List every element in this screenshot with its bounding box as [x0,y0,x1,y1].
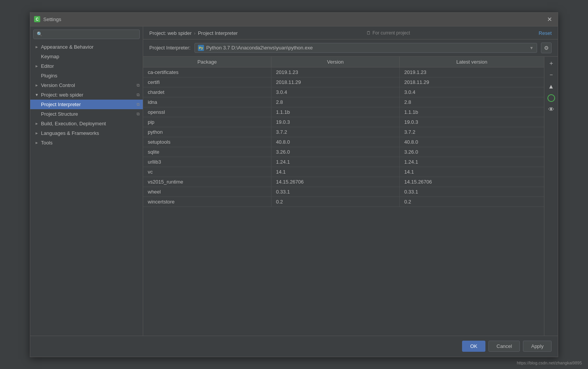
cell-latest: 1.1.1b [400,107,544,117]
sidebar-item-label: Languages & Frameworks [41,130,99,136]
interpreter-label: Project Interpreter: [149,45,191,51]
cell-version: 3.26.0 [271,147,400,157]
col-version: Version [271,57,400,67]
update-package-button[interactable] [546,93,557,103]
python-icon: Py [198,45,204,51]
cell-latest: 0.33.1 [400,187,544,197]
sidebar-item-languages[interactable]: ►Languages & Frameworks [30,128,143,138]
ok-button[interactable]: OK [462,341,485,352]
table-row[interactable]: ca-certificates2019.1.232019.1.23 [143,67,544,77]
cell-package: vc [143,167,271,177]
table-row[interactable]: vc14.114.1 [143,167,544,177]
search-box[interactable]: 🔍 [33,30,140,39]
packages-area: Package Version Latest version ca-certif… [143,57,558,336]
packages-table: Package Version Latest version ca-certif… [143,57,544,336]
sidebar-item-appearance[interactable]: ►Appearance & Behavior [30,42,143,52]
show-details-button[interactable]: 👁 [546,104,557,115]
close-button[interactable]: ✕ [545,15,554,24]
sidebar-item-plugins[interactable]: Plugins [30,71,143,80]
main-header: Project: web spider › Project Interprete… [143,26,558,39]
sidebar-item-label: Tools [41,140,52,146]
sidebar-item-label: Editor [41,63,54,69]
sidebar-item-label: Version Control [41,82,75,88]
sidebar-item-label: Build, Execution, Deployment [41,121,106,126]
cell-package: openssl [143,107,271,117]
interpreter-path: Python 3.7 D:\Anaconda2\envs\yuan\python… [206,45,529,51]
breadcrumb: Project: web spider › Project Interprete… [149,30,238,36]
table-row[interactable]: wheel0.33.10.33.1 [143,187,544,197]
cell-version: 2019.1.23 [271,67,400,77]
cell-version: 14.15.26706 [271,177,400,187]
cell-latest: 14.15.26706 [400,177,544,187]
table-row[interactable]: vs2015_runtime14.15.2670614.15.26706 [143,177,544,187]
arrow-icon: ► [35,45,39,49]
icon-text: C [36,17,38,21]
reset-button[interactable]: Reset [539,30,552,36]
table-row[interactable]: chardet3.0.43.0.4 [143,87,544,97]
table-row[interactable]: pip19.0.319.0.3 [143,117,544,127]
apply-button[interactable]: Apply [523,341,552,352]
table-row[interactable]: python3.7.23.7.2 [143,127,544,137]
sidebar-item-editor[interactable]: ►Editor [30,61,143,71]
dialog-title: Settings [43,16,545,22]
sidebar-item-label: Keymap [41,54,59,59]
arrow-icon: ► [35,83,39,87]
main-content: 🔍 ►Appearance & BehaviorKeymap►EditorPlu… [30,26,558,336]
cell-version: 40.8.0 [271,137,400,147]
table-row[interactable]: certifi2018.11.292018.11.29 [143,77,544,87]
cell-package: vs2015_runtime [143,177,271,187]
sidebar-item-label: Appearance & Behavior [41,44,93,50]
cell-package: setuptools [143,137,271,147]
sidebar-item-build-exec[interactable]: ►Build, Execution, Deployment [30,119,143,128]
cell-package: urllib3 [143,157,271,167]
table-row[interactable]: sqlite3.26.03.26.0 [143,147,544,157]
interpreter-row: Project Interpreter: Py Python 3.7 D:\An… [143,39,558,57]
sidebar-item-project-web-spider[interactable]: ▼Project: web spider⧉ [30,90,143,100]
remove-package-button[interactable]: － [546,70,557,80]
table-row[interactable]: wincertstore0.20.2 [143,197,544,207]
interpreter-dropdown[interactable]: Py Python 3.7 D:\Anaconda2\envs\yuan\pyt… [194,43,537,53]
cell-package: wincertstore [143,197,271,207]
arrow-icon: ► [35,64,39,68]
search-input[interactable] [44,31,136,37]
cell-latest: 3.26.0 [400,147,544,157]
add-package-button[interactable]: ＋ [546,58,557,69]
cell-version: 3.0.4 [271,87,400,97]
sidebar-item-tools[interactable]: ►Tools [30,138,143,148]
cell-latest: 40.8.0 [400,137,544,147]
scroll-up-button[interactable]: ▲ [546,81,557,92]
copy-icon: ⧉ [137,102,140,107]
cell-package: certifi [143,77,271,87]
sidebar-item-version-control[interactable]: ►Version Control⧉ [30,80,143,90]
arrow-icon: ► [35,121,39,126]
sidebar-item-label: Project: web spider [41,92,83,98]
table-row[interactable]: setuptools40.8.040.8.0 [143,137,544,147]
cell-package: python [143,127,271,137]
cell-latest: 2019.1.23 [400,67,544,77]
copy-icon: ⧉ [137,83,140,88]
side-buttons: ＋ － ▲ 👁 [544,57,558,336]
document-icon: 🗒 [366,30,371,36]
sidebar-item-project-interpreter[interactable]: Project Interpreter⧉ [30,100,143,109]
cell-package: sqlite [143,147,271,157]
sidebar-item-keymap[interactable]: Keymap [30,52,143,61]
cell-package: wheel [143,187,271,197]
cell-latest: 1.24.1 [400,157,544,167]
cancel-button[interactable]: Cancel [488,341,520,352]
col-latest: Latest version [400,57,544,67]
breadcrumb-current: Project Interpreter [198,30,238,36]
for-current-project-label: 🗒 For current project [366,30,410,36]
table-row[interactable]: urllib31.24.11.24.1 [143,157,544,167]
interpreter-settings-button[interactable]: ⚙ [541,43,552,53]
table-row[interactable]: openssl1.1.1b1.1.1b [143,107,544,117]
arrow-icon: ▼ [35,93,39,97]
footer-link: https://blog.csdn.net/zhangkai9895 [517,361,582,365]
cell-version: 19.0.3 [271,117,400,127]
sidebar-item-project-structure[interactable]: Project Structure⧉ [30,109,143,119]
cell-latest: 14.1 [400,167,544,177]
table-header: Package Version Latest version [143,57,544,67]
footer: https://blog.csdn.net/zhangkai9895 OK Ca… [30,336,558,357]
title-bar: C Settings ✕ [30,13,558,26]
sidebar-items-container: ►Appearance & BehaviorKeymap►EditorPlugi… [30,42,143,148]
table-row[interactable]: idna2.82.8 [143,97,544,107]
